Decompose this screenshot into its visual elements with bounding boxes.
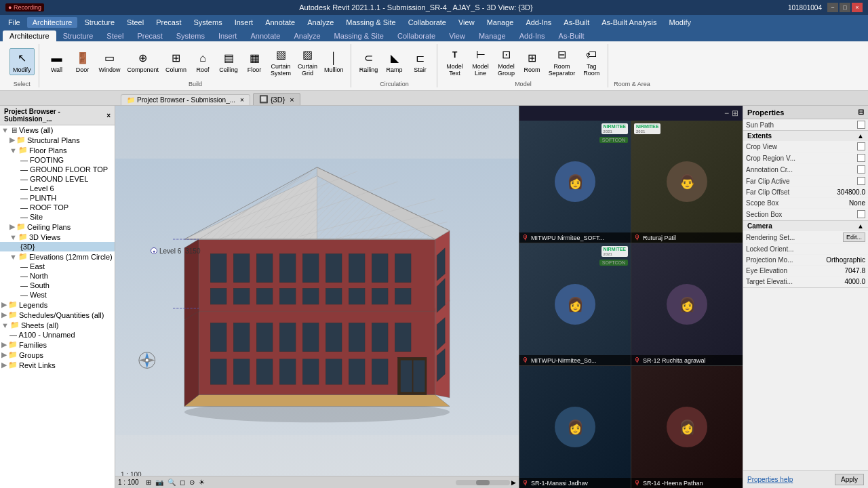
- project-browser-close-btn[interactable]: ×: [106, 112, 111, 119]
- scroll-bar[interactable]: [456, 480, 510, 485]
- expand-icon[interactable]: ⊟: [858, 108, 864, 117]
- ribbon-btn-wall[interactable]: ▬ Wall: [45, 49, 69, 75]
- tree-views-all[interactable]: ▼🖥Views (all): [0, 125, 115, 135]
- win-close-btn[interactable]: ×: [852, 3, 863, 12]
- ribbon-btn-room-separator[interactable]: ⊟ RoomSeparator: [546, 45, 578, 79]
- ribbon-btn-ceiling[interactable]: ▤ Ceiling: [216, 49, 241, 75]
- ribbon-btn-component[interactable]: ⊕ Component: [125, 49, 162, 75]
- tree-north[interactable]: — North: [0, 271, 115, 281]
- video-cell-3[interactable]: 👩 NIRMITEE2021 SOFTCON 🎙 MITWPU-Nirmitee…: [519, 243, 631, 365]
- menu-item-steel[interactable]: Steel: [121, 17, 149, 28]
- video-minimize-icon[interactable]: −: [724, 108, 729, 118]
- tree-sheets[interactable]: ▼📁Sheets (all): [0, 320, 115, 330]
- ribbon-btn-model-group[interactable]: ⊡ ModelGroup: [494, 45, 519, 79]
- ribbon-btn-curtain-grid[interactable]: ▨ CurtainGrid: [295, 45, 320, 79]
- project-browser-close[interactable]: ×: [240, 96, 244, 104]
- ribbon-btn-roof[interactable]: ⌂ Roof: [191, 49, 215, 75]
- menu-item-analyze[interactable]: Analyze: [302, 17, 339, 28]
- viewport[interactable]: ● Level 6 3150 1 : 100 1 : 100 ⊞ 📷 🔍 ◻ ⊙: [115, 106, 519, 488]
- menu-item-massing[interactable]: Massing & Site: [340, 17, 401, 28]
- tree-floor-plans[interactable]: ▼📁Floor Plans: [0, 145, 115, 155]
- video-grid-icon[interactable]: ⊞: [732, 108, 738, 118]
- apply-button[interactable]: Apply: [835, 474, 864, 485]
- tree-roof-top[interactable]: — ROOF TOP: [0, 203, 115, 212]
- tab-precast[interactable]: Precast: [130, 30, 169, 41]
- tree-a100[interactable]: — A100 - Unnamed: [0, 330, 115, 340]
- tree-west[interactable]: — West: [0, 290, 115, 300]
- view-control-icon1[interactable]: ⊞: [144, 479, 153, 486]
- tab-view[interactable]: View: [442, 30, 472, 41]
- tree-east[interactable]: — East: [0, 262, 115, 271]
- menu-item-architecture[interactable]: Architecture: [27, 17, 78, 28]
- tab-manage[interactable]: Manage: [472, 30, 513, 41]
- ribbon-btn-stair[interactable]: ⊏ Stair: [408, 49, 433, 75]
- sun-path-checkbox[interactable]: [857, 121, 865, 129]
- ribbon-btn-curtain-system[interactable]: ▧ CurtainSystem: [268, 45, 294, 79]
- tree-structural-plans[interactable]: ▶📁Structural Plans: [0, 135, 115, 145]
- ribbon-btn-room[interactable]: ⊞ Room: [520, 49, 545, 75]
- video-cell-6[interactable]: 👩 🎙 SR-14 -Heena Pathan: [631, 366, 743, 488]
- far-clip-active-checkbox[interactable]: [857, 177, 865, 185]
- ribbon-btn-floor[interactable]: ▦ Floor: [242, 49, 267, 75]
- menu-item-modify[interactable]: Modify: [664, 17, 696, 28]
- tab-structure[interactable]: Structure: [56, 30, 100, 41]
- view-control-icon5[interactable]: ⊙: [188, 479, 196, 486]
- tab-annotate[interactable]: Annotate: [243, 30, 287, 41]
- ribbon-btn-window[interactable]: ▭ Window: [96, 49, 123, 75]
- menu-item-asbuilt-analysis[interactable]: As-Built Analysis: [596, 17, 662, 28]
- tree-plinth[interactable]: — PLINTH: [0, 193, 115, 203]
- menu-item-collaborate[interactable]: Collaborate: [403, 17, 452, 28]
- tree-3d-view-active[interactable]: {3D}: [0, 242, 115, 251]
- project-browser-tab[interactable]: 📁 Project Browser - Submission_... ×: [121, 94, 250, 105]
- menu-item-insert[interactable]: Insert: [229, 17, 259, 28]
- tree-elevations[interactable]: ▼📁Elevations (12mm Circle): [0, 251, 115, 262]
- tab-insert[interactable]: Insert: [212, 30, 244, 41]
- tree-south[interactable]: — South: [0, 281, 115, 290]
- tree-revit-links[interactable]: ▶📁Revit Links: [0, 360, 115, 370]
- ribbon-btn-modify[interactable]: ↖ Modify: [9, 48, 35, 76]
- viewport-canvas[interactable]: ● Level 6 3150 1 : 100 1 : 100 ⊞ 📷 🔍 ◻ ⊙: [115, 106, 519, 488]
- tree-ceiling-plans[interactable]: ▶📁Ceiling Plans: [0, 222, 115, 232]
- ribbon-btn-railing[interactable]: ⊂ Railing: [357, 49, 381, 75]
- view-control-icon3[interactable]: 🔍: [166, 479, 177, 486]
- tab-analyze[interactable]: Analyze: [287, 30, 327, 41]
- tab-addins[interactable]: Add-Ins: [513, 30, 552, 41]
- tree-site[interactable]: — Site: [0, 212, 115, 222]
- ribbon-btn-door[interactable]: 🚪 Door: [71, 49, 95, 75]
- edit-rendering-btn[interactable]: Edit...: [843, 232, 865, 242]
- ribbon-btn-model-text[interactable]: T ModelText: [443, 45, 467, 79]
- 3d-view-close[interactable]: ×: [290, 96, 294, 104]
- tree-groups[interactable]: ▶📁Groups: [0, 350, 115, 360]
- extents-section-header[interactable]: Extents ▲: [743, 131, 868, 141]
- menu-item-view[interactable]: View: [453, 17, 480, 28]
- tree-footing[interactable]: — FOOTING: [0, 155, 115, 165]
- view-control-icon2[interactable]: 📷: [154, 479, 165, 486]
- ribbon-btn-column[interactable]: ⊞ Column: [163, 49, 189, 75]
- ribbon-btn-model-line[interactable]: ⊢ ModelLine: [469, 45, 493, 79]
- scroll-right[interactable]: ▶: [511, 479, 516, 486]
- video-cell-4[interactable]: 👩 🎙 SR-12 Ruchita agrawal: [631, 243, 743, 365]
- 3d-view-tab[interactable]: 🔲 {3D} ×: [253, 93, 300, 105]
- tree-ground-floor[interactable]: — GROUND FLOOR TOP: [0, 165, 115, 174]
- menu-item-precast[interactable]: Precast: [151, 17, 186, 28]
- section-box-checkbox[interactable]: [857, 210, 865, 218]
- tree-legends[interactable]: ▶📁Legends: [0, 300, 115, 310]
- menu-item-annotate[interactable]: Annotate: [260, 17, 300, 28]
- tree-ground-level[interactable]: — GROUND LEVEL: [0, 174, 115, 184]
- win-minimize-btn[interactable]: −: [827, 3, 838, 12]
- tab-systems[interactable]: Systems: [170, 30, 212, 41]
- menu-item-manage[interactable]: Manage: [481, 17, 519, 28]
- tab-collaborate[interactable]: Collaborate: [391, 30, 442, 41]
- tab-massing[interactable]: Massing & Site: [328, 30, 391, 41]
- menu-item-structure[interactable]: Structure: [79, 17, 120, 28]
- ribbon-btn-mullion[interactable]: │ Mullion: [321, 49, 347, 75]
- menu-item-addins[interactable]: Add-Ins: [520, 17, 557, 28]
- menu-item-file[interactable]: File: [3, 17, 26, 28]
- properties-help-link[interactable]: Properties help: [747, 476, 793, 483]
- annotation-crop-checkbox[interactable]: [857, 165, 865, 174]
- video-cell-5[interactable]: 👩 🎙 SR-1-Manasi Jadhav: [519, 366, 631, 488]
- tree-3d-views[interactable]: ▼📁3D Views: [0, 232, 115, 242]
- video-cell-1[interactable]: 👩 NIRMITEE2021 SOFTCON 🎙 MITWPU Nirmitee…: [519, 121, 631, 243]
- menu-item-systems[interactable]: Systems: [188, 17, 227, 28]
- tab-steel[interactable]: Steel: [100, 30, 130, 41]
